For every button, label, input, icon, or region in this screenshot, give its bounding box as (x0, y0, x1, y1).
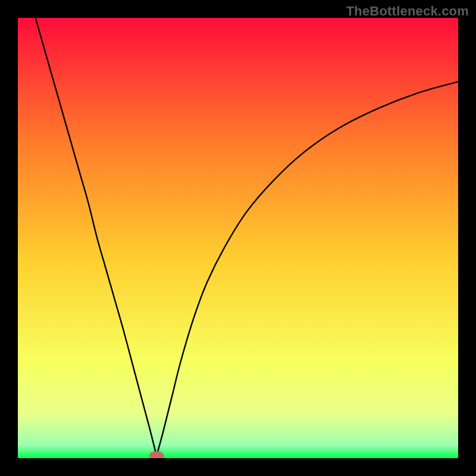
plot-area (18, 18, 458, 458)
chart-svg (18, 18, 458, 458)
watermark-text: TheBottleneck.com (346, 4, 469, 19)
gradient-background (18, 18, 458, 458)
chart-frame: TheBottleneck.com (0, 0, 476, 476)
